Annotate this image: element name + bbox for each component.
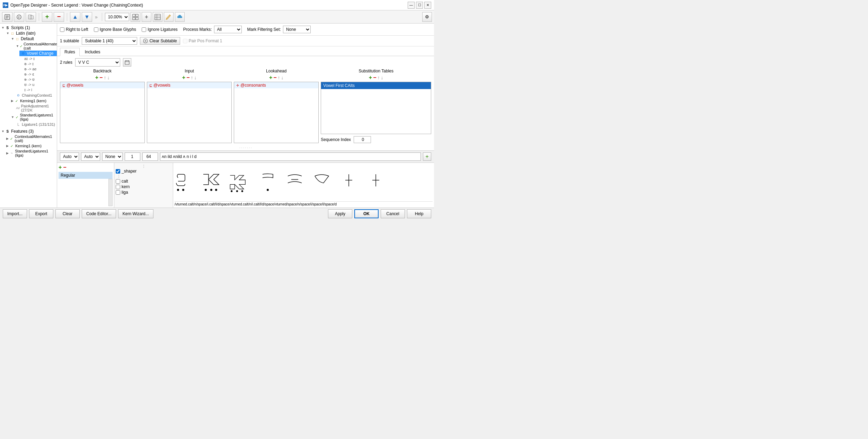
regular-font-item[interactable]: Regular: [59, 172, 113, 179]
ignore-base-input[interactable]: [94, 27, 98, 32]
tree-sub-7[interactable]: ɪ -> i: [0, 87, 57, 93]
kerning-item[interactable]: ▶ ✓ Kerning1 (kern): [10, 98, 57, 104]
subst-up-btn[interactable]: ↑: [378, 75, 380, 80]
kern-input[interactable]: [116, 185, 120, 189]
kern-checkbox[interactable]: kern: [116, 184, 171, 189]
liga-checkbox[interactable]: liga: [116, 190, 171, 195]
bottom-text-input[interactable]: [160, 152, 421, 161]
bottom-add-button[interactable]: +: [423, 152, 431, 161]
toolbar-btn-1[interactable]: [2, 12, 12, 22]
settings-button[interactable]: ⚙: [422, 12, 432, 22]
remove-script-button[interactable]: −: [54, 12, 64, 22]
add-script-button[interactable]: +: [42, 12, 52, 22]
more-button[interactable]: »: [94, 14, 99, 20]
tree-sub-2[interactable]: ə -> ɪ: [0, 61, 57, 67]
calt-item[interactable]: ▼ ✓ ContextualAlternates1 (calt: [15, 42, 57, 51]
clear-subtable-button[interactable]: Clear Subtable: [140, 37, 180, 45]
lookahead-down-btn[interactable]: ↓: [281, 75, 284, 80]
export-button[interactable]: Export: [29, 209, 53, 218]
bottom-select-3[interactable]: None: [102, 152, 123, 161]
move-down-button[interactable]: ▼: [82, 12, 92, 22]
font-add-button[interactable]: +: [59, 164, 62, 170]
lookahead-remove-btn[interactable]: −: [273, 74, 276, 81]
rtl-input[interactable]: [60, 27, 64, 32]
bottom-select-1[interactable]: Auto: [60, 152, 79, 161]
ligature1-item[interactable]: L Ligature1 (131/131): [15, 122, 57, 127]
input-up-btn[interactable]: ↑: [191, 75, 193, 80]
tree-sub-5[interactable]: ə -> ʊ: [0, 77, 57, 82]
bottom-num-input-1[interactable]: [125, 152, 140, 161]
calt-checkbox[interactable]: calt: [116, 179, 171, 184]
edit-button[interactable]: [164, 12, 174, 22]
backtrack-down-btn[interactable]: ↓: [107, 75, 109, 80]
scripts-root[interactable]: ▼ S Scripts (1): [0, 25, 57, 30]
minimize-button[interactable]: —: [408, 2, 415, 9]
plus-zoom-button[interactable]: +: [142, 12, 151, 22]
tree-sub-3[interactable]: ə -> ae: [0, 67, 57, 72]
kern-wizard-button[interactable]: Kern Wizard...: [118, 209, 153, 218]
right-to-left-checkbox[interactable]: Right to Left: [60, 27, 88, 32]
vowel-change-item[interactable]: ⊙ Vowel Change: [19, 51, 57, 56]
cancel-button[interactable]: Cancel: [381, 209, 405, 218]
calt-input[interactable]: [116, 179, 120, 184]
toolbar-btn-3[interactable]: [26, 12, 36, 22]
lookahead-add-btn[interactable]: +: [269, 74, 272, 81]
close-button[interactable]: ✕: [424, 2, 431, 9]
subst-down-btn[interactable]: ↓: [381, 75, 383, 80]
mark-filter-select[interactable]: None: [283, 26, 311, 33]
table-button[interactable]: [153, 12, 162, 22]
input-item-1[interactable]: ⊑ @vowels: [147, 82, 231, 88]
ignore-base-checkbox[interactable]: Ignore Base Glyphs: [94, 27, 136, 32]
input-remove-btn[interactable]: −: [186, 74, 189, 81]
ignore-lig-input[interactable]: [142, 27, 146, 32]
backtrack-add-btn[interactable]: +: [95, 74, 98, 81]
tab-includes[interactable]: Includes: [80, 48, 105, 56]
default-item[interactable]: ▼ □ Default: [10, 36, 57, 42]
input-down-btn[interactable]: ↓: [194, 75, 197, 80]
fit-button[interactable]: [131, 12, 140, 22]
lookahead-up-btn[interactable]: ↑: [278, 75, 280, 80]
font-scrollbar[interactable]: [108, 179, 113, 206]
ligatures-item[interactable]: ▼ ✓ StandardLigatures1 (liga): [10, 113, 57, 122]
help-button[interactable]: Help: [407, 209, 431, 218]
tree-sub-4[interactable]: ə -> ɛ: [0, 72, 57, 77]
feat-kern-item[interactable]: ▶ ✓ Kerning1 (kern): [5, 143, 57, 149]
apply-button[interactable]: Apply: [328, 209, 352, 218]
process-marks-select[interactable]: All: [214, 26, 242, 33]
ignore-lig-checkbox[interactable]: Ignore Ligatures: [142, 27, 178, 32]
subst-add-btn[interactable]: +: [369, 74, 372, 81]
shaper-input[interactable]: [116, 169, 120, 174]
lookahead-item-1[interactable]: ✛ @consonants: [234, 82, 318, 88]
bottom-select-2[interactable]: Auto: [81, 152, 100, 161]
input-add-btn[interactable]: +: [182, 74, 185, 81]
chaining-item[interactable]: ⊙ ChainingContext1: [15, 93, 57, 98]
latin-item[interactable]: ▼ □ Latin (latn): [5, 30, 57, 36]
rules-sequence-select[interactable]: V V C: [75, 58, 120, 67]
sequence-index-input[interactable]: [354, 136, 371, 143]
toolbar-btn-2[interactable]: F: [14, 12, 24, 22]
code-editor-button[interactable]: Code Editor...: [82, 209, 116, 218]
features-root[interactable]: ▼ S Features (3): [0, 129, 57, 134]
substitution-item-1[interactable]: Vowel First CAlts: [321, 82, 431, 89]
backtrack-up-btn[interactable]: ↑: [104, 75, 106, 80]
tree-sub-1[interactable]: aɪ -> ɪ: [0, 56, 57, 61]
pair-item[interactable]: AV PairAdjustment1 (27/24:: [15, 104, 57, 113]
cloud-button[interactable]: [175, 12, 185, 22]
backtrack-remove-btn[interactable]: −: [99, 74, 103, 81]
bottom-num-input-2[interactable]: [142, 152, 158, 161]
move-up-button[interactable]: ▲: [70, 12, 80, 22]
liga-input[interactable]: [116, 190, 120, 195]
shaper-checkbox[interactable]: _shaper: [116, 169, 171, 174]
ok-button[interactable]: OK: [354, 209, 379, 218]
clear-button[interactable]: Clear: [55, 209, 80, 218]
font-remove-button[interactable]: −: [63, 164, 66, 170]
tab-rules[interactable]: Rules: [60, 48, 80, 56]
feat-liga-item[interactable]: ▶ ~ StandardLigatures1 (liga): [5, 149, 57, 158]
subtable-select[interactable]: Subtable 1 (40): [82, 37, 137, 45]
backtrack-item-1[interactable]: ⊑ @vowels: [60, 82, 144, 88]
import-button[interactable]: Import...: [3, 209, 27, 218]
tree-sub-6[interactable]: ʊ -> u: [0, 82, 57, 87]
pair-pos-checkbox[interactable]: Pair Pos Format 1: [183, 38, 222, 43]
calendar-button[interactable]: [123, 58, 131, 67]
feat-calt-item[interactable]: ▶ ✓ ContextualAlternates1 (calt): [5, 134, 57, 143]
